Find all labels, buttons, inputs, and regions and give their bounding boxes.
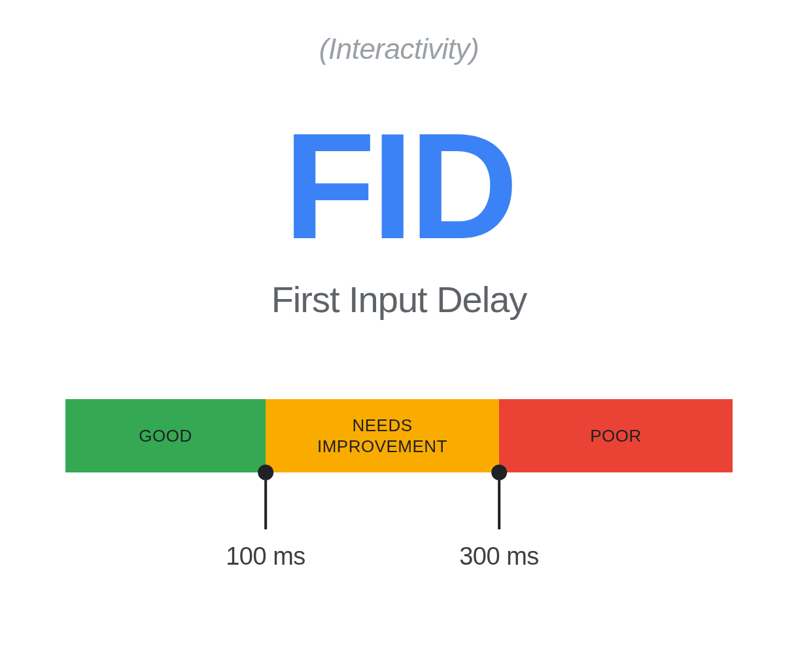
segment-good: GOOD — [65, 399, 266, 472]
threshold-marker-first: 100 ms — [226, 465, 305, 571]
segment-good-label: GOOD — [139, 426, 192, 446]
marker-dot-icon — [491, 465, 507, 480]
segment-poor-label: POOR — [590, 426, 642, 446]
segment-poor: POOR — [499, 399, 733, 472]
threshold-label-second: 300 ms — [459, 542, 539, 571]
threshold-label-first: 100 ms — [226, 542, 305, 571]
category-subtitle: (Interactivity) — [319, 33, 479, 65]
threshold-scale: GOOD NEEDS IMPROVEMENT POOR 100 ms 300 m… — [65, 399, 733, 472]
metric-full-name: First Input Delay — [271, 278, 527, 321]
metric-acronym: FID — [284, 111, 515, 262]
segment-needs-label-line1: NEEDS — [352, 415, 412, 436]
segment-needs-improvement: NEEDS IMPROVEMENT — [266, 399, 499, 472]
marker-line — [498, 480, 500, 529]
marker-line — [264, 480, 267, 529]
segment-needs-label-line2: IMPROVEMENT — [317, 436, 447, 457]
scale-bar: GOOD NEEDS IMPROVEMENT POOR — [65, 399, 733, 472]
marker-dot-icon — [258, 465, 273, 480]
threshold-marker-second: 300 ms — [459, 465, 539, 571]
